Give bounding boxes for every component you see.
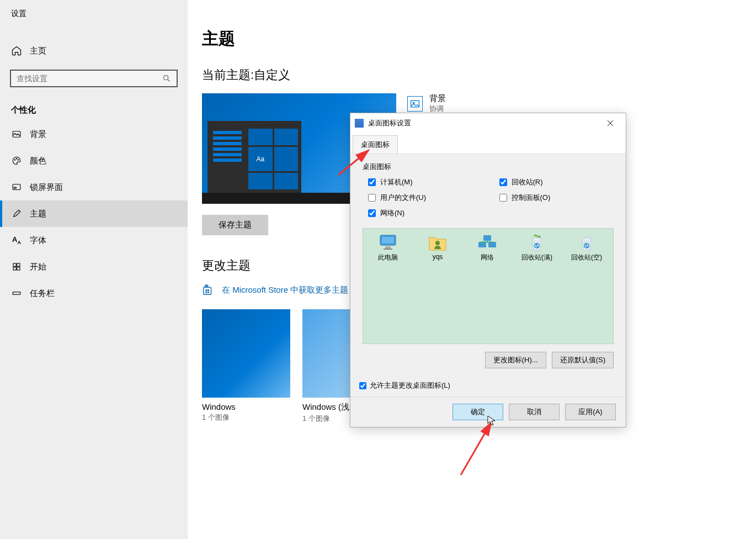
svg-point-4 [18, 160, 19, 161]
sidebar-item-lockscreen[interactable]: 锁屏界面 [0, 174, 188, 200]
store-icon [202, 284, 214, 296]
taskbar-icon [11, 288, 22, 299]
palette-icon [11, 155, 22, 166]
svg-line-29 [461, 422, 491, 475]
home-label: 主页 [30, 46, 46, 56]
svg-rect-15 [207, 289, 209, 291]
font-icon: AA [11, 235, 22, 246]
svg-rect-16 [205, 292, 207, 293]
home-item[interactable]: 主页 [0, 39, 188, 63]
checkbox-network[interactable]: 网络(N) [368, 208, 483, 218]
sidebar-item-background[interactable]: 背景 [0, 121, 188, 147]
svg-rect-11 [13, 292, 20, 295]
svg-rect-19 [382, 237, 394, 244]
home-icon [11, 45, 22, 56]
computer-icon [378, 234, 398, 251]
cancel-button[interactable]: 取消 [509, 404, 560, 420]
checkbox-userfiles[interactable]: 用户的文件(U) [368, 193, 483, 203]
search-icon [162, 74, 171, 83]
checkbox-recyclebin[interactable]: 回收站(R) [499, 177, 614, 187]
preview-icon-user[interactable]: yqs [417, 234, 458, 261]
theme-card-name: Windows [202, 402, 290, 411]
start-icon [11, 261, 22, 272]
search-input-container[interactable] [10, 70, 178, 87]
save-theme-button[interactable]: 保存主题 [202, 215, 268, 235]
tab-desktop-icons[interactable]: 桌面图标 [353, 135, 398, 154]
sidebar-item-taskbar[interactable]: 任务栏 [0, 280, 188, 307]
cursor-icon [487, 415, 496, 426]
background-property[interactable]: 背景 协调 [407, 93, 446, 114]
close-icon [607, 120, 614, 126]
sidebar-item-label: 锁屏界面 [30, 182, 63, 193]
svg-rect-17 [207, 292, 209, 293]
theme-card-count: 1 个图像 [202, 413, 290, 422]
svg-point-3 [16, 158, 17, 160]
prop-label: 背景 [429, 93, 446, 104]
category-header: 个性化 [0, 94, 188, 121]
preview-icon-recyclebin-empty[interactable]: 回收站(空) [566, 234, 607, 262]
group-label: 桌面图标 [363, 162, 614, 172]
recyclebin-full-icon [527, 234, 547, 251]
apply-button[interactable]: 应用(A) [565, 404, 616, 420]
settings-sidebar: 设置 主页 个性化 背景 颜色 锁屏界面 主题 AA 字体 开始 任务栏 [0, 0, 188, 539]
store-link-label: 在 Microsoft Store 中获取更多主题 [222, 285, 348, 295]
search-input[interactable] [17, 74, 162, 83]
svg-rect-6 [14, 187, 17, 188]
theme-thumbnail [202, 309, 290, 398]
recyclebin-empty-icon [577, 234, 597, 251]
svg-rect-14 [205, 289, 207, 291]
svg-rect-21 [384, 249, 392, 250]
svg-rect-9 [13, 267, 16, 270]
picture-icon [11, 129, 22, 140]
sidebar-header: 设置 [0, 6, 188, 22]
dialog-title: 桌面图标设置 [368, 118, 599, 128]
svg-point-22 [435, 241, 440, 245]
dialog-icon [355, 119, 364, 128]
network-icon [477, 234, 497, 251]
folder-user-icon [428, 234, 448, 251]
icon-preview-panel[interactable]: 此电脑 yqs 网络 回收站(满) 回收站(空) [363, 228, 614, 344]
theme-card[interactable]: Windows 1 个图像 [202, 309, 290, 424]
desktop-icon-settings-dialog: 桌面图标设置 桌面图标 桌面图标 计算机(M) 回收站(R) 用户的文件(U) … [350, 113, 626, 427]
current-theme-label: 当前主题:自定义 [202, 67, 745, 83]
svg-rect-8 [17, 263, 20, 266]
svg-rect-12 [411, 101, 419, 107]
sidebar-item-start[interactable]: 开始 [0, 253, 188, 280]
restore-defaults-button[interactable]: 还原默认值(S) [552, 352, 614, 368]
svg-rect-10 [17, 267, 20, 270]
page-title: 主题 [202, 28, 745, 50]
icon-action-row: 更改图标(H)... 还原默认值(S) [363, 352, 614, 368]
preview-icon-computer[interactable]: 此电脑 [368, 234, 408, 262]
preview-icon-recyclebin-full[interactable]: 回收站(满) [517, 234, 557, 262]
sidebar-item-label: 颜色 [30, 156, 46, 166]
dialog-body: 桌面图标 计算机(M) 回收站(R) 用户的文件(U) 控制面板(O) 网络(N… [350, 154, 626, 398]
svg-point-0 [164, 76, 168, 80]
dialog-titlebar[interactable]: 桌面图标设置 [350, 113, 626, 133]
sidebar-item-themes[interactable]: 主题 [0, 200, 188, 227]
change-icon-button[interactable]: 更改图标(H)... [485, 352, 546, 368]
lockscreen-icon [11, 182, 22, 193]
checkbox-controlpanel[interactable]: 控制面板(O) [499, 193, 614, 203]
checkbox-computer[interactable]: 计算机(M) [368, 177, 483, 187]
sidebar-item-label: 开始 [30, 262, 46, 272]
svg-rect-7 [13, 263, 16, 266]
svg-rect-20 [385, 246, 391, 249]
sidebar-item-label: 字体 [30, 235, 46, 246]
svg-rect-25 [483, 235, 491, 241]
close-button[interactable] [599, 117, 621, 130]
sidebar-item-fonts[interactable]: AA 字体 [0, 227, 188, 253]
picture-icon [407, 96, 423, 112]
allow-theme-checkbox[interactable]: 允许主题更改桌面图标(L) [359, 381, 614, 390]
sidebar-item-label: 任务栏 [30, 288, 55, 299]
svg-point-2 [14, 160, 15, 161]
dialog-tabbar: 桌面图标 [350, 133, 626, 154]
svg-rect-23 [478, 242, 486, 247]
sidebar-item-label: 背景 [30, 129, 46, 140]
sidebar-item-label: 主题 [30, 209, 46, 219]
preview-icon-network[interactable]: 网络 [467, 234, 508, 262]
brush-icon [11, 208, 22, 219]
sidebar-item-colors[interactable]: 颜色 [0, 147, 188, 174]
checkbox-grid: 计算机(M) 回收站(R) 用户的文件(U) 控制面板(O) 网络(N) [368, 177, 614, 218]
